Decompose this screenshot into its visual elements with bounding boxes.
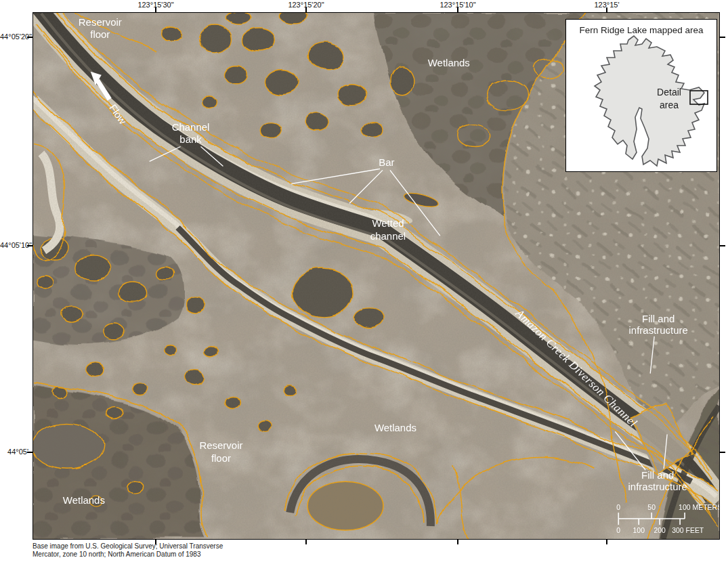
lake-outline [595,36,704,166]
label-fill-infrastructure-bottom: Fill and [641,469,674,481]
detail-area-label: Detail [657,87,681,98]
label-bar: Bar [379,156,394,168]
figure-caption: Base image from U.S. Geological Survey; … [33,542,223,559]
inset-map-svg: Fern Ridge Lake mapped area Detail area [566,20,716,171]
label-channel-bank: Channel [172,121,210,133]
label-fill-infrastructure-right: infrastructure [629,324,688,336]
detail-area-label: area [660,100,679,110]
graticule-tick [457,539,458,544]
label-wetted-channel: channel [370,230,406,242]
graticule-tick [27,452,33,453]
label-wetlands-bottom-left: Wetlands [63,494,105,506]
label-fill-infrastructure-bottom: infrastructure [628,481,687,492]
graticule-tick [720,37,725,38]
graticule-tick [305,539,307,544]
scale-feet-0: 0 [616,527,620,534]
label-wetlands-middle: Wetlands [374,422,416,433]
graticule-tick [606,539,607,544]
label-reservoir-floor-bottom: floor [211,452,231,464]
graticule-tick [720,245,725,246]
scale-meters-0: 0 [616,504,620,511]
scale-meters-50: 50 [647,504,656,511]
label-reservoir-floor-bottom: Reservoir [199,439,242,451]
inset-title: Fern Ridge Lake mapped area [579,25,704,35]
scale-feet-300: 300 FEET [672,527,704,534]
inset-locator-map: Fern Ridge Lake mapped area Detail area [565,19,717,172]
caption-line: Base image from U.S. Geological Survey; … [33,542,223,550]
scale-feet-100: 100 [633,527,645,534]
figure-page: 123°15'30" 123°15'20" 123°15'10" 123°15'… [0,0,728,562]
scale-meters-100: 100 METERS [679,504,719,511]
latitude-label: 44°05'20" [0,33,28,41]
latitude-label: 44°05'10" [0,241,28,249]
label-fill-infrastructure-right: Fill and [642,313,675,324]
label-reservoir-floor-top: Reservoir [79,16,122,28]
graticule-tick [27,37,33,38]
graticule-tick [720,452,725,453]
latitude-label: 44°05' [0,448,28,456]
scale-feet-200: 200 [654,527,666,534]
label-wetlands-top: Wetlands [428,57,470,68]
graticule-tick [27,245,33,246]
label-reservoir-floor-top: floor [90,28,110,40]
label-channel-bank: bank [179,134,202,146]
caption-line: Mercator, zone 10 north; North American … [33,550,223,559]
label-wetted-channel: Wetted [372,217,404,229]
